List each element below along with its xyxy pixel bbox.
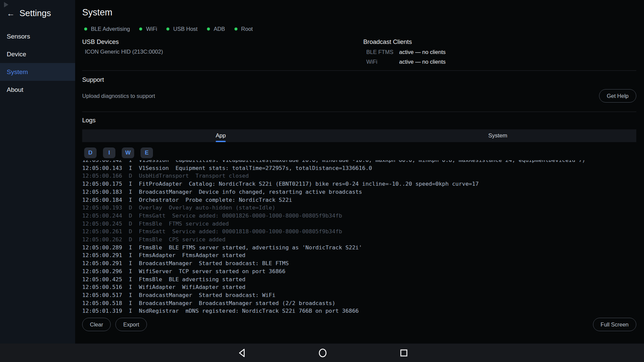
broadcast-client-status: active — no clients <box>399 58 445 66</box>
full-screen-button[interactable]: Full Screen <box>593 318 636 331</box>
status-badges-row: BLE AdvertisingWiFiUSB HostADBRoot <box>84 26 253 32</box>
broadcast-clients-title: Broadcast Clients <box>363 38 445 46</box>
usb-devices-title: USB Devices <box>82 38 163 46</box>
log-filter-d[interactable]: D <box>84 147 97 158</box>
log-filter-e[interactable]: E <box>141 147 153 158</box>
log-line: 12:05:00.261 D FtmsGatt Service added: 0… <box>82 228 639 236</box>
log-line: 12:05:00.175 I FitProAdapter Catalog: No… <box>82 180 639 188</box>
sidebar-item-about[interactable]: About <box>0 81 75 99</box>
android-nav-bar <box>0 344 644 362</box>
status-badge-label: ADB <box>214 26 225 32</box>
status-badge-label: Root <box>241 26 253 32</box>
divider <box>82 70 636 71</box>
log-filter-w[interactable]: W <box>122 147 134 158</box>
tab-label: App <box>216 132 226 139</box>
status-badge: ADB <box>207 26 225 32</box>
tab-label: System <box>488 132 507 139</box>
log-lines: 12:05:00.142 I V1Session capabilities: V… <box>82 160 639 315</box>
log-line: 12:05:01.319 I NsdRegistrar mDNS registe… <box>82 307 639 315</box>
status-dot-icon <box>166 27 169 31</box>
log-line: 12:05:00.166 D UsbHidTransport Transport… <box>82 172 639 180</box>
sidebar-item-device[interactable]: Device <box>0 45 75 63</box>
usb-devices-list: ICON Generic HID (213C:0002) <box>82 49 163 55</box>
log-line: 12:05:00.518 I BroadcastManager Broadcas… <box>82 299 639 307</box>
get-help-button[interactable]: Get Help <box>599 89 636 103</box>
status-badge: BLE Advertising <box>84 26 130 32</box>
log-line: 12:05:00.291 I FtmsAdapter FtmsAdapter s… <box>82 251 639 259</box>
support-description: Upload diagnostics to support <box>82 93 155 99</box>
log-line: 12:05:00.425 I FtmsBle BLE advertising s… <box>82 276 639 284</box>
log-line: 12:05:00.244 D FtmsGatt Service added: 0… <box>82 212 639 220</box>
log-line: 12:05:00.291 I BroadcastManager Started … <box>82 259 639 267</box>
support-title: Support <box>82 76 104 83</box>
status-badge-label: WiFi <box>146 26 157 32</box>
sidebar-nav: SensorsDeviceSystemAbout <box>0 27 75 99</box>
log-line: 12:05:00.184 I Orchestrator Probe comple… <box>82 196 639 204</box>
status-badge-label: USB Host <box>173 26 197 32</box>
nav-back-icon[interactable] <box>238 348 247 358</box>
log-line: 12:05:00.517 I BroadcastManager Started … <box>82 291 639 299</box>
broadcast-clients-section: Broadcast Clients BLE FTMSactive — no cl… <box>363 38 445 66</box>
divider <box>82 112 636 112</box>
broadcast-client-name: WiFi <box>366 58 399 66</box>
log-filter-i[interactable]: I <box>103 147 115 158</box>
status-dot-icon <box>234 27 237 31</box>
log-line: 12:05:00.193 D Overlay Overlay auto-hidd… <box>82 204 639 212</box>
corner-triangle-icon <box>4 2 8 7</box>
log-level-filters: DIWE <box>84 147 153 158</box>
clear-logs-button[interactable]: Clear <box>82 318 111 331</box>
log-line: 12:05:00.143 I V1Session Equipment stats… <box>82 164 639 172</box>
log-line: 12:05:00.516 I WifiAdapter WifiAdapter s… <box>82 283 639 291</box>
system-page: System BLE AdvertisingWiFiUSB HostADBRoo… <box>75 0 644 344</box>
status-badge-label: BLE Advertising <box>91 26 130 32</box>
log-actions: Clear Export <box>82 318 147 331</box>
log-line: 12:05:00.262 D FtmsBle CPS service added <box>82 236 639 244</box>
sidebar-header: ← Settings <box>7 8 51 18</box>
log-line: 12:05:00.183 I BroadcastManager Device i… <box>82 188 639 196</box>
usb-device-item: ICON Generic HID (213C:0002) <box>85 49 163 55</box>
page-title: System <box>82 7 112 18</box>
broadcast-clients-list: BLE FTMSactive — no clientsWiFiactive — … <box>363 48 445 66</box>
usb-devices-section: USB Devices ICON Generic HID (213C:0002) <box>82 38 163 55</box>
sidebar-item-sensors[interactable]: Sensors <box>0 27 75 45</box>
back-arrow-icon[interactable]: ← <box>7 9 15 18</box>
sidebar-title: Settings <box>19 8 51 18</box>
log-line: 12:05:00.296 I WifiServer TCP server sta… <box>82 267 639 276</box>
logs-title: Logs <box>82 117 96 124</box>
status-dot-icon <box>84 27 87 31</box>
status-dot-icon <box>207 27 210 31</box>
status-badge: Root <box>234 26 253 32</box>
tab-app[interactable]: App <box>82 129 359 142</box>
sidebar-item-system[interactable]: System <box>0 63 75 81</box>
status-badge: USB Host <box>166 26 197 32</box>
nav-recents-icon[interactable] <box>400 349 408 357</box>
settings-sidebar: ← Settings SensorsDeviceSystemAbout <box>0 0 75 344</box>
broadcast-client-name: BLE FTMS <box>366 48 399 56</box>
broadcast-client-row: WiFiactive — no clients <box>366 58 445 66</box>
status-dot-icon <box>139 27 142 31</box>
log-line: 12:05:00.289 I FtmsBle BLE FTMS server s… <box>82 244 639 252</box>
broadcast-client-status: active — no clients <box>399 48 445 56</box>
log-line: 12:05:00.245 D FtmsBle FTMS service adde… <box>82 220 639 228</box>
status-badge: WiFi <box>139 26 157 32</box>
export-logs-button[interactable]: Export <box>115 318 147 331</box>
nav-home-icon[interactable] <box>318 348 327 358</box>
broadcast-client-row: BLE FTMSactive — no clients <box>366 48 445 56</box>
tab-indicator <box>216 141 226 142</box>
log-line: 12:05:00.142 I V1Session capabilities: V… <box>82 160 639 164</box>
tab-system[interactable]: System <box>359 129 636 142</box>
log-console[interactable]: 12:05:00.142 I V1Session capabilities: V… <box>82 160 639 315</box>
log-tabs: AppSystem <box>82 129 636 142</box>
